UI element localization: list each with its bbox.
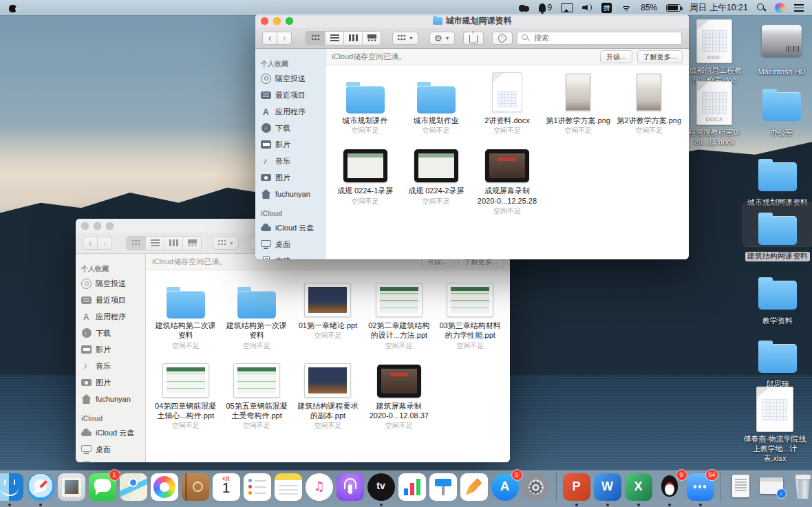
file-item[interactable]: 城市规划作业 空间不足 (400, 71, 471, 136)
icon-view-button[interactable] (127, 237, 145, 250)
file-item[interactable]: 05第五章钢筋混凝土受弯构件.ppt 空间不足 (221, 356, 292, 431)
sidebar-item-download[interactable]: 下载 (81, 325, 145, 341)
desktop-icon-docx-file[interactable]: DOCX 程管理教研室0-20...排.docx (680, 81, 749, 147)
file-item[interactable]: 第2讲教学方案.png 空间不足 (614, 71, 685, 136)
qq-dock-icon[interactable]: 9 (656, 473, 683, 501)
file-item[interactable]: 建筑结构课程要求的副本.ppt 空间不足 (292, 356, 363, 431)
file-item[interactable]: 01第一章绪论.ppt 空间不足 (292, 276, 363, 351)
group-by-button[interactable]: ▼ (392, 32, 418, 45)
icon-view-button[interactable] (306, 32, 325, 45)
sidebar-item-documents[interactable]: 文稿 (261, 252, 325, 259)
sidebar-item-icloud[interactable]: iCloud 云盘 (261, 219, 325, 236)
sidebar-item-music-sb[interactable]: 音乐 (261, 153, 325, 169)
numbers-dock-icon[interactable] (398, 473, 426, 501)
trash-dock-icon[interactable] (789, 473, 812, 501)
sidebar-item-photos-sb[interactable]: 图片 (261, 169, 325, 186)
file-item[interactable]: 城市规划课件 空间不足 (330, 71, 400, 136)
safari-dock-icon[interactable] (27, 473, 54, 501)
spotlight-search-icon[interactable] (757, 3, 766, 12)
sidebar-item-apps[interactable]: 应用程序 (261, 103, 325, 120)
input-method-indicator[interactable]: 拼 (601, 3, 612, 13)
settings-dock-icon[interactable] (522, 473, 550, 501)
file-item[interactable]: 成规屏幕录制 2020-0...12.25.28 空间不足 (471, 141, 542, 216)
search-field[interactable] (517, 32, 682, 45)
sidebar-item-airdrop[interactable]: 隔空投送 (81, 275, 145, 292)
file-item[interactable]: 建筑屏幕录制 2020-0...12.08.37 空间不足 (363, 356, 434, 431)
column-view-button[interactable] (343, 32, 362, 45)
desktop-icon-urban-planning-folder[interactable]: 城市规划网课资料 (743, 149, 812, 208)
maps-dock-icon[interactable] (120, 473, 147, 501)
close-button[interactable] (81, 222, 89, 230)
menu-clock[interactable]: 周日 上午10:21 (690, 2, 748, 14)
back-button[interactable]: ‹ (262, 32, 277, 45)
window-title-bar[interactable]: 城市规划网课资料 (255, 14, 689, 28)
forward-button[interactable]: › (97, 237, 112, 250)
appstore-dock-icon[interactable]: 5 (491, 473, 519, 501)
list-view-button[interactable] (145, 237, 164, 250)
file-item[interactable]: 03第三章结构材料的力学性能.ppt 空间不足 (435, 276, 506, 351)
appletv-dock-icon[interactable] (367, 473, 395, 501)
sidebar-item-photos-sb[interactable]: 图片 (81, 374, 145, 391)
contacts-dock-icon[interactable] (182, 473, 209, 501)
siri-icon[interactable] (775, 3, 785, 13)
powerpoint-dock-icon[interactable] (563, 473, 590, 501)
keynote-dock-icon[interactable] (429, 473, 457, 501)
desktop-icon-qiusirui-folder[interactable]: 邱思瑞 (743, 330, 812, 389)
excel-dock-icon[interactable] (625, 473, 652, 501)
sidebar-item-desktop[interactable]: 桌面 (261, 236, 325, 252)
sidebar-item-home[interactable]: fuchunyan (261, 186, 325, 202)
pages-dock-icon[interactable] (460, 473, 488, 501)
sidebar-item-home[interactable]: fuchunyan (81, 391, 145, 407)
share-button[interactable] (463, 32, 484, 45)
sidebar-item-airdrop[interactable]: 隔空投送 (261, 70, 325, 87)
column-view-button[interactable] (164, 237, 182, 250)
sidebar-item-desktop[interactable]: 桌面 (81, 441, 145, 457)
reminders-dock-icon[interactable] (244, 473, 271, 501)
apple-menu-icon[interactable] (8, 3, 17, 13)
sidebar-item-apps[interactable]: 应用程序 (81, 308, 145, 325)
file-item[interactable]: 02第二章建筑结构的设计...方法.ppt 空间不足 (363, 276, 434, 351)
dockdoc-dock-icon[interactable] (727, 473, 755, 501)
back-button[interactable]: ‹ (83, 237, 98, 250)
calendar-dock-icon[interactable] (213, 473, 240, 501)
desktop-icon-teaching-folder[interactable]: 教学资料 (743, 267, 812, 326)
dockwin-dock-icon[interactable] (758, 473, 786, 501)
desktop-icon-macintosh-hd[interactable]: Macintosh HD (747, 18, 812, 77)
sidebar-item-download[interactable]: 下载 (261, 120, 325, 136)
notification-count-item[interactable]: 9 (539, 3, 553, 12)
file-item[interactable]: 建筑结构第一次课资料 空间不足 (221, 276, 292, 351)
minimize-button[interactable] (94, 222, 101, 230)
bluechat-dock-icon[interactable]: 54 (687, 473, 714, 501)
desktop-icon-xlsx-file[interactable]: 傅春燕-物流学院线上教学地...计表.xlsx (740, 388, 809, 464)
notification-center-icon[interactable] (794, 4, 804, 12)
group-by-button[interactable]: ▼ (213, 237, 239, 250)
desktop-icon-architecture-folder-selected[interactable]: 建筑结构网课资料 (743, 202, 812, 261)
file-item[interactable]: 成规 0224-2录屏 空间不足 (400, 141, 471, 216)
icloud-status-icon[interactable] (518, 4, 530, 12)
zoom-button[interactable] (286, 17, 293, 25)
sidebar-item-recents[interactable]: 最近项目 (261, 87, 325, 103)
file-item[interactable]: 建筑结构第二次课资料 空间不足 (150, 276, 221, 351)
sidebar-item-recents[interactable]: 最近项目 (81, 292, 145, 308)
finder-dock-icon[interactable] (0, 473, 23, 501)
list-view-button[interactable] (325, 32, 343, 45)
messages-dock-icon[interactable]: 1 (89, 473, 116, 501)
volume-icon[interactable] (582, 3, 592, 12)
upgrade-button[interactable]: 升级... (600, 50, 632, 63)
podcasts-dock-icon[interactable] (336, 473, 364, 501)
file-item[interactable]: 04第四章钢筋混凝土轴心...构件.ppt 空间不足 (150, 356, 221, 431)
sidebar-item-movies[interactable]: 影片 (81, 341, 145, 358)
close-button[interactable] (261, 17, 268, 25)
sidebar-item-icloud[interactable]: iCloud 云盘 (81, 424, 145, 441)
gallery-view-button[interactable] (182, 237, 201, 250)
mail-dock-icon[interactable] (58, 473, 85, 501)
sidebar-item-documents[interactable]: 文稿 (81, 457, 145, 462)
learn-more-button[interactable]: 了解更多... (637, 50, 683, 63)
desktop-icon-office-folder[interactable]: 办公室 (747, 78, 812, 138)
music-dock-icon[interactable] (306, 473, 333, 501)
minimize-button[interactable] (273, 17, 281, 25)
search-input[interactable] (533, 33, 677, 43)
sidebar-item-movies[interactable]: 影片 (261, 136, 325, 153)
photos-dock-icon[interactable] (151, 473, 178, 501)
screen-mirroring-icon[interactable] (561, 3, 573, 12)
